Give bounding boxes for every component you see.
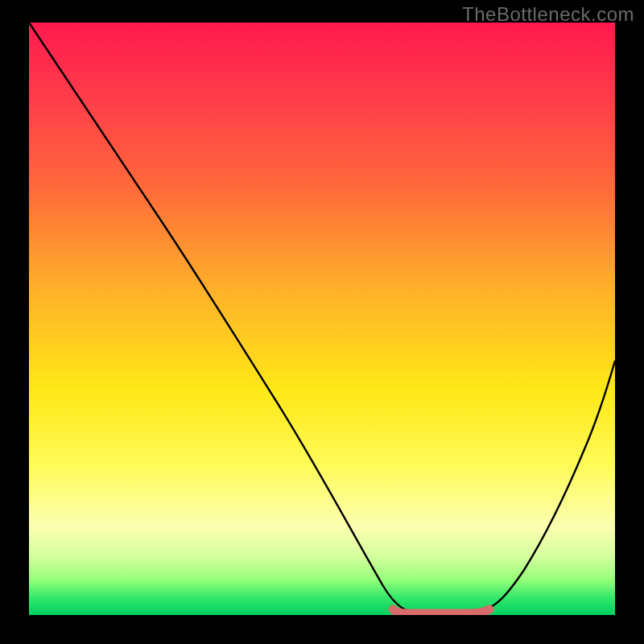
optimal-range-marker xyxy=(393,609,489,613)
plot-area xyxy=(29,23,615,615)
curve-overlay xyxy=(29,23,615,615)
bottleneck-curve xyxy=(29,23,615,613)
chart-container: TheBottleneck.com xyxy=(0,0,644,644)
watermark-text: TheBottleneck.com xyxy=(462,3,634,26)
